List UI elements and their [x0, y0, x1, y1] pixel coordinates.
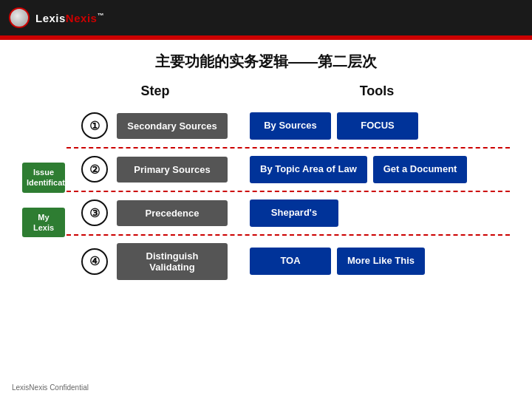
step-rows: ① Secondary Sources By Sources FOCUS ② P… — [66, 105, 510, 287]
step-number-1: ① — [81, 112, 108, 139]
tool-get-document: Get a Document — [373, 156, 468, 183]
tool-shepards: Shepard's — [250, 200, 338, 227]
tool-toa: TOA — [250, 248, 331, 275]
tools-area-1: By Sources FOCUS — [250, 112, 510, 140]
spacer1 — [22, 112, 66, 163]
step-row-4: ④ Distinguish Validating TOA More Like T… — [66, 236, 510, 287]
sidebar: Issue Identification My Lexis — [22, 105, 66, 287]
step-row-1: ① Secondary Sources By Sources FOCUS — [66, 105, 510, 149]
step-box-3: Precedence — [117, 200, 228, 226]
logo-text: LexisNexis™ — [35, 12, 104, 24]
step-header: Step — [66, 83, 244, 99]
tool-by-sources: By Sources — [250, 112, 331, 140]
tools-area-2: By Topic Area of Law Get a Document — [250, 156, 510, 183]
sidebar-issue-identification: Issue Identification — [22, 163, 65, 193]
step-box-4: Distinguish Validating — [117, 243, 228, 280]
tool-more-like-this: More Like This — [337, 248, 425, 275]
tool-by-topic: By Topic Area of Law — [250, 156, 367, 183]
footer-text: LexisNexis Confidential — [12, 383, 89, 392]
step-number-3: ③ — [81, 200, 108, 226]
step-box-2: Primary Sources — [117, 157, 228, 183]
tools-header: Tools — [244, 83, 510, 99]
tools-area-3: Shepard's — [250, 200, 510, 227]
header-bar: LexisNexis™ — [0, 0, 532, 35]
step-number-2: ② — [81, 156, 108, 183]
tools-area-4: TOA More Like This — [250, 248, 510, 275]
main-content: 主要功能的实务逻辑——第二层次 Step Tools Issue Identif… — [0, 40, 532, 295]
tool-focus: FOCUS — [337, 112, 418, 140]
content-area: Issue Identification My Lexis ① Secondar… — [22, 105, 510, 287]
step-row-2: ② Primary Sources By Topic Area of Law G… — [66, 149, 510, 192]
step-box-1: Secondary Sources — [117, 113, 228, 139]
logo-icon — [9, 7, 30, 28]
columns-header: Step Tools — [66, 83, 510, 99]
page-title: 主要功能的实务逻辑——第二层次 — [22, 52, 510, 72]
spacer2 — [22, 199, 66, 208]
step-row-3: ③ Precedence Shepard's — [66, 192, 510, 236]
logo-area: LexisNexis™ — [9, 7, 104, 28]
step-number-4: ④ — [81, 248, 108, 275]
sidebar-mylexis: My Lexis — [22, 208, 65, 238]
